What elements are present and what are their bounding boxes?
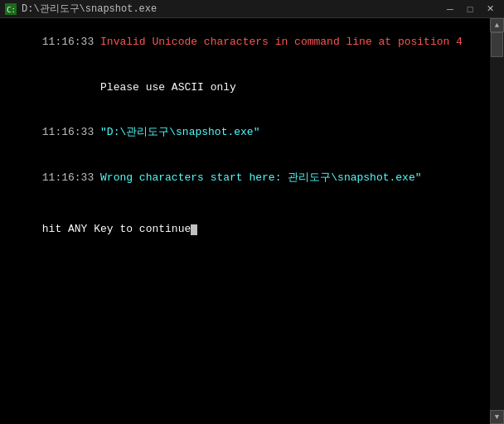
terminal-icon: C: bbox=[5, 3, 17, 15]
svg-text:C:: C: bbox=[7, 6, 16, 14]
error-message-2: Please use ASCII only bbox=[42, 81, 236, 94]
terminal-line-5: hit ANY Key to continue bbox=[3, 207, 501, 253]
scrollbar-thumb[interactable] bbox=[491, 32, 503, 57]
terminal-line-4: 11:16:33 Wrong characters start here: 관리… bbox=[3, 156, 501, 201]
maximize-button[interactable]: □ bbox=[461, 2, 479, 16]
terminal-line-3: 11:16:33 "D:\관리도구\snapshot.exe" bbox=[3, 110, 501, 156]
cursor bbox=[191, 224, 197, 235]
window: C: D:\관리도구\snapshot.exe ─ □ ✕ 11:16:33 I… bbox=[0, 0, 504, 424]
minimize-button[interactable]: ─ bbox=[441, 2, 459, 16]
path-message-1: "D:\관리도구\snapshot.exe" bbox=[94, 126, 259, 138]
prompt-text: hit ANY Key to continue bbox=[42, 223, 191, 235]
scrollbar-track bbox=[490, 32, 504, 410]
error-message-1: Invalid Unicode characters in command li… bbox=[94, 36, 463, 48]
terminal-line-2: Please use ASCII only bbox=[3, 65, 501, 111]
terminal-line-1: 11:16:33 Invalid Unicode characters in c… bbox=[3, 20, 501, 65]
window-title: D:\관리도구\snapshot.exe bbox=[22, 2, 157, 16]
window-controls: ─ □ ✕ bbox=[441, 2, 499, 16]
scrollbar[interactable]: ▲ ▼ bbox=[490, 18, 504, 424]
terminal-body: 11:16:33 Invalid Unicode characters in c… bbox=[0, 18, 504, 424]
title-bar: C: D:\관리도구\snapshot.exe ─ □ ✕ bbox=[0, 0, 504, 18]
scroll-up-button[interactable]: ▲ bbox=[490, 18, 504, 32]
close-button[interactable]: ✕ bbox=[481, 2, 499, 16]
title-bar-left: C: D:\관리도구\snapshot.exe bbox=[5, 2, 157, 16]
scroll-down-button[interactable]: ▼ bbox=[490, 410, 504, 424]
timestamp-4: 11:16:33 bbox=[42, 171, 94, 184]
timestamp-1: 11:16:33 bbox=[42, 36, 94, 48]
timestamp-3: 11:16:33 bbox=[42, 126, 94, 138]
path-message-2: Wrong characters start here: 관리도구\snapsh… bbox=[94, 171, 421, 184]
